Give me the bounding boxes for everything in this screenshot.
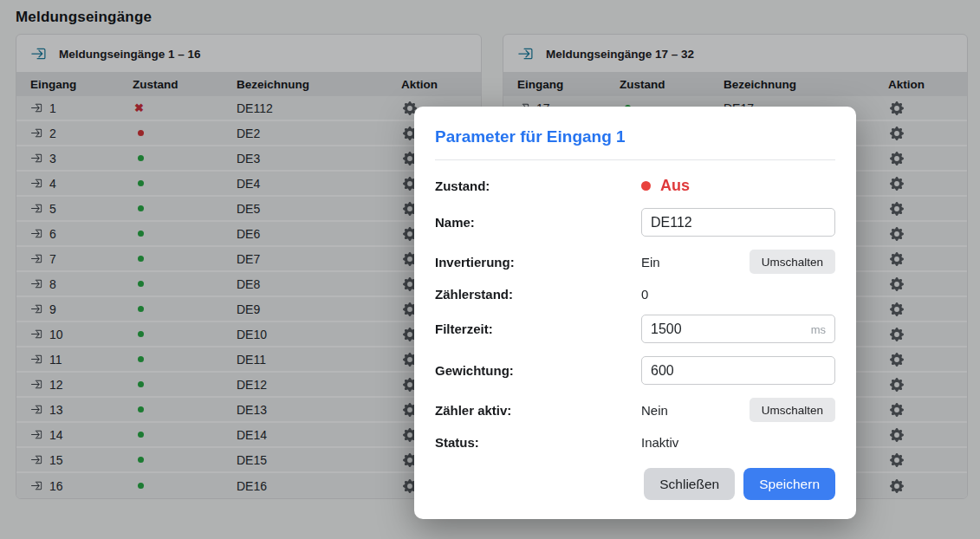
save-button[interactable]: Speichern [743, 468, 835, 500]
field-zaehler-aktiv: Zähler aktiv: Nein Umschalten [435, 398, 835, 422]
field-name: Name: [435, 208, 835, 237]
zaehlerstand-label: Zählerstand: [435, 287, 641, 302]
field-zaehlerstand: Zählerstand: 0 [435, 287, 835, 302]
gewichtung-label: Gewichtung: [435, 363, 641, 378]
field-invertierung: Invertierung: Ein Umschalten [435, 250, 835, 274]
filterzeit-label: Filterzeit: [435, 321, 641, 336]
field-status: Status: Inaktiv [435, 435, 835, 450]
invertierung-toggle-button[interactable]: Umschalten [750, 250, 835, 274]
filterzeit-input[interactable] [641, 315, 835, 343]
parameter-dialog: Parameter für Eingang 1 Zustand: Aus Nam… [414, 107, 856, 519]
gewichtung-input[interactable] [641, 356, 835, 385]
unit-label-ms: ms [811, 322, 826, 335]
name-label: Name: [435, 215, 641, 230]
close-button[interactable]: Schließen [644, 468, 735, 500]
invertierung-value: Ein [641, 255, 660, 270]
state-indicator: Aus [641, 177, 690, 195]
invertierung-label: Invertierung: [435, 255, 641, 270]
zustand-label: Zustand: [435, 179, 641, 193]
zaehler-aktiv-toggle-button[interactable]: Umschalten [750, 398, 835, 422]
field-gewichtung: Gewichtung: [435, 356, 835, 385]
status-value: Inaktiv [641, 435, 678, 450]
divider [435, 159, 835, 160]
field-filterzeit: Filterzeit: ms [435, 315, 835, 343]
zaehlerstand-value: 0 [641, 287, 648, 302]
status-label: Status: [435, 435, 641, 450]
zustand-value: Aus [660, 177, 690, 195]
zaehler-aktiv-value: Nein [641, 403, 668, 418]
dialog-title: Parameter für Eingang 1 [435, 127, 835, 146]
red-dot-icon [641, 181, 651, 191]
name-input[interactable] [641, 208, 835, 237]
dialog-footer: Schließen Speichern [435, 468, 835, 500]
field-zustand: Zustand: Aus [435, 177, 835, 195]
zaehler-aktiv-label: Zähler aktiv: [435, 403, 641, 418]
